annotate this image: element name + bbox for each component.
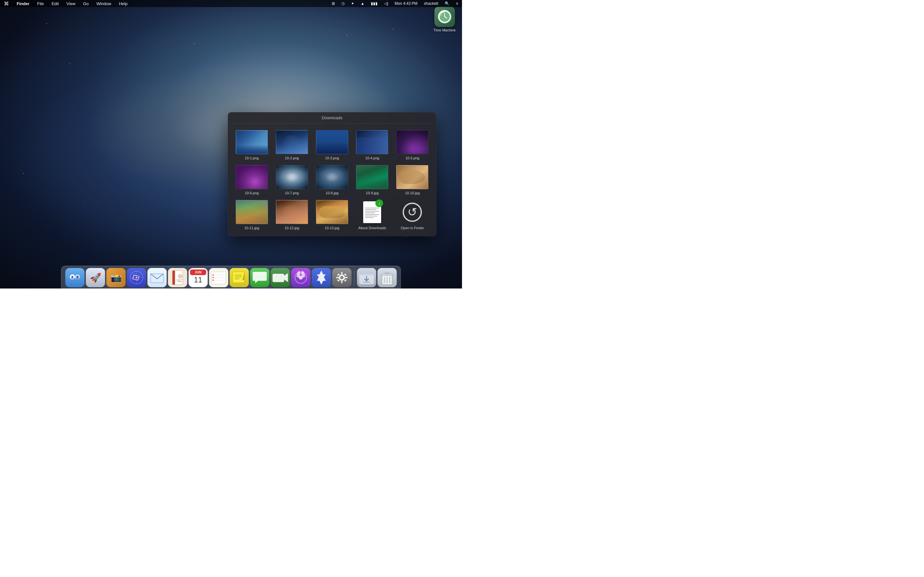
menu-window[interactable]: Window xyxy=(95,1,112,6)
file-name: 10-13.jpg xyxy=(325,226,339,230)
dock: 🚀 📸 xyxy=(61,266,401,288)
about-downloads-thumbnail: ↓ xyxy=(356,200,388,224)
dock-item-reminders[interactable] xyxy=(209,268,228,287)
circular-arrow-icon xyxy=(403,203,422,222)
svg-rect-42 xyxy=(273,274,284,282)
svg-point-32 xyxy=(213,277,214,278)
time-machine-desktop-icon[interactable]: Time Machine xyxy=(433,6,456,32)
dock-item-appstore[interactable] xyxy=(312,268,331,287)
svg-rect-54 xyxy=(341,281,342,284)
svg-point-19 xyxy=(178,274,183,279)
svg-rect-56 xyxy=(345,277,348,278)
list-item[interactable]: 10-11.jpg xyxy=(232,197,272,232)
dock-item-sysprefs[interactable] xyxy=(333,268,352,287)
dock-item-messages[interactable] xyxy=(250,268,270,287)
svg-point-5 xyxy=(71,276,73,278)
menu-go[interactable]: Go xyxy=(82,1,90,6)
file-thumbnail xyxy=(396,165,428,189)
menubar: ⌘ Finder File Edit View Go Window Help ⊞… xyxy=(0,0,462,7)
list-item[interactable]: 10-2.png xyxy=(272,127,312,163)
time-machine-icon-image xyxy=(435,6,455,27)
list-item[interactable]: 10-12.jpg xyxy=(272,197,312,232)
list-item[interactable]: 10-13.jpg xyxy=(312,197,352,232)
svg-point-31 xyxy=(213,274,214,276)
volume-icon[interactable]: ◁) xyxy=(383,1,389,6)
list-item[interactable]: 10-10.jpg xyxy=(393,163,433,197)
document-badge: ↓ xyxy=(375,199,383,207)
bluetooth-icon[interactable]: ✦ xyxy=(350,1,355,6)
list-item[interactable]: 10-1.png xyxy=(232,127,272,163)
dock-item-mail[interactable] xyxy=(148,268,167,287)
document-lines xyxy=(365,208,379,219)
file-thumbnail xyxy=(276,130,308,154)
list-item[interactable]: 10-6.png xyxy=(232,163,272,197)
file-name: About Downloads xyxy=(359,226,386,230)
dock-item-itunes[interactable] xyxy=(291,268,310,287)
svg-text:11: 11 xyxy=(194,276,202,284)
list-item[interactable]: 10-7.png xyxy=(272,163,312,197)
search-icon[interactable]: 🔍 xyxy=(443,1,451,6)
file-thumbnail xyxy=(356,130,388,154)
svg-point-13 xyxy=(136,277,137,278)
file-name: 10-1.png xyxy=(245,156,258,160)
list-item[interactable]: 10-3.png xyxy=(312,127,352,163)
menu-view[interactable]: View xyxy=(65,1,77,6)
list-item[interactable]: 10-4.png xyxy=(352,127,393,163)
svg-point-6 xyxy=(77,276,79,278)
dock-item-contacts[interactable] xyxy=(168,268,187,287)
file-thumbnail xyxy=(396,130,428,154)
dock-item-trash[interactable] xyxy=(378,268,397,287)
apple-menu[interactable]: ⌘ xyxy=(3,1,10,7)
svg-rect-2 xyxy=(65,268,85,287)
file-thumbnail xyxy=(316,165,348,189)
wifi-icon[interactable]: ▲ xyxy=(359,1,366,6)
clock: Mon 4:43 PM xyxy=(393,1,419,6)
file-thumbnail xyxy=(236,165,268,189)
file-name: 10-11.jpg xyxy=(244,226,259,230)
open-in-finder-thumbnail xyxy=(396,200,428,224)
svg-rect-18 xyxy=(173,271,175,285)
airplay-icon[interactable]: ⊞ xyxy=(330,1,336,6)
menu-file[interactable]: File xyxy=(36,1,45,6)
dock-item-launchpad[interactable]: 🚀 xyxy=(86,268,105,287)
list-icon[interactable]: ≡ xyxy=(455,1,459,6)
time-machine-label: Time Machine xyxy=(433,28,456,32)
dock-item-facetime[interactable] xyxy=(271,268,290,287)
popup-title: Downloads xyxy=(228,112,436,124)
dock-item-downloads[interactable] xyxy=(357,268,376,287)
list-item[interactable]: 10-8.jpg xyxy=(312,163,352,197)
file-name: 10-4.png xyxy=(365,156,379,160)
file-thumbnail xyxy=(236,130,268,154)
file-name: 10-9.jpg xyxy=(366,191,379,195)
file-name: 10-2.png xyxy=(285,156,299,160)
file-thumbnail xyxy=(236,200,268,224)
menubar-right: ⊞ ◷ ✦ ▲ ▮▮▮ ◁) Mon 4:43 PM shackett 🔍 ≡ xyxy=(330,1,459,6)
list-item[interactable]: 10-9.jpg xyxy=(352,163,393,197)
battery-icon[interactable]: ▮▮▮ xyxy=(370,1,379,6)
file-name: Open in Finder xyxy=(401,226,424,230)
list-item[interactable]: 10-5.png xyxy=(393,127,433,163)
menu-help[interactable]: Help xyxy=(118,1,129,6)
username[interactable]: shackett xyxy=(423,1,439,6)
dock-item-calendar[interactable]: JUN 11 xyxy=(189,268,208,287)
dock-item-safari[interactable] xyxy=(127,268,146,287)
file-thumbnail xyxy=(316,130,348,154)
file-name: 10-10.jpg xyxy=(405,191,420,195)
svg-rect-53 xyxy=(341,272,342,274)
about-downloads-item[interactable]: ↓ About Downloads xyxy=(352,197,393,232)
dock-item-iphoto[interactable]: 📸 xyxy=(107,268,126,287)
popup-grid: 10-1.png 10-2.png 10-3.png 10-4.png xyxy=(228,124,436,236)
file-name: 10-8.jpg xyxy=(326,191,338,195)
file-name: 10-12.jpg xyxy=(284,226,299,230)
svg-point-33 xyxy=(213,279,214,281)
time-machine-menubar-icon[interactable]: ◷ xyxy=(340,1,346,6)
open-in-finder-item[interactable]: Open in Finder xyxy=(393,197,433,232)
app-name[interactable]: Finder xyxy=(15,1,31,6)
file-name: 10-5.png xyxy=(405,156,419,160)
svg-rect-55 xyxy=(336,277,339,278)
dock-item-stickies[interactable] xyxy=(230,268,249,287)
dock-item-finder[interactable] xyxy=(65,268,85,287)
file-name: 10-7.png xyxy=(285,191,299,195)
menu-edit[interactable]: Edit xyxy=(50,1,60,6)
file-thumbnail xyxy=(276,200,308,224)
